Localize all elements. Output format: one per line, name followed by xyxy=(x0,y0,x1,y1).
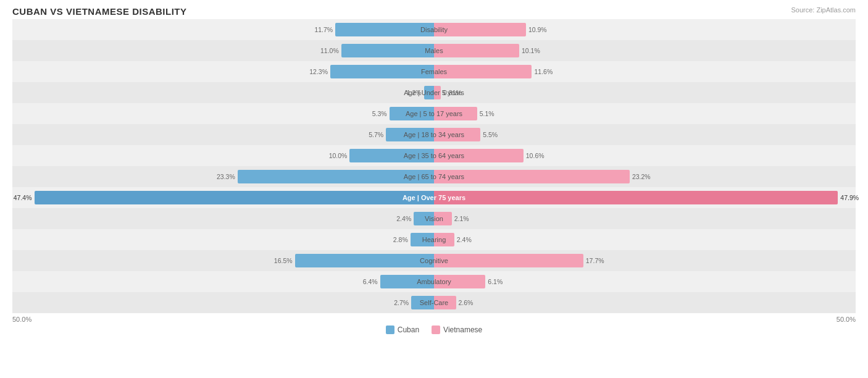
bar-center-label: Age | Over 75 years xyxy=(403,194,465,201)
bar-pink xyxy=(434,23,526,36)
bar-left-value: 6.4% xyxy=(363,278,378,285)
bar-right-value: 5.5% xyxy=(483,131,498,138)
bar-pink xyxy=(434,44,519,57)
bar-blue xyxy=(341,44,434,57)
bar-row: Age | Over 75 years47.4%47.9% xyxy=(12,187,856,208)
bar-right-value: 10.9% xyxy=(528,26,547,33)
bar-left-value: 5.7% xyxy=(369,131,383,138)
chart-title: CUBAN VS VIETNAMESE DISABILITY xyxy=(12,6,856,17)
bar-pink xyxy=(434,191,838,204)
bar-row: Males11.0%10.1% xyxy=(12,40,856,61)
bar-row: Disability11.7%10.9% xyxy=(12,19,856,40)
bar-left-value: 47.4% xyxy=(14,194,32,201)
bar-right-value: 2.4% xyxy=(457,236,472,243)
bar-left-value: 10.0% xyxy=(329,152,348,159)
legend: Cuban Vietnamese xyxy=(12,326,856,334)
bar-row: Females12.3%11.6% xyxy=(12,61,856,82)
bar-left-value: 2.8% xyxy=(393,236,408,243)
bar-row: Self-Care2.7%2.6% xyxy=(12,292,856,313)
chart-container: CUBAN VS VIETNAMESE DISABILITY Source: Z… xyxy=(0,0,868,378)
bar-blue xyxy=(295,254,434,267)
bar-row: Age | 18 to 34 years5.7%5.5% xyxy=(12,124,856,145)
bar-pink xyxy=(434,65,532,78)
bar-blue xyxy=(35,191,434,204)
axis-left: 50.0% xyxy=(12,316,31,323)
bar-row: Cognitive16.5%17.7% xyxy=(12,250,856,271)
bar-right-value: 23.2% xyxy=(632,173,651,180)
bar-center-label: Disability xyxy=(420,26,448,33)
bar-center-label: Age | 35 to 64 years xyxy=(404,152,464,159)
bar-row: Hearing2.8%2.4% xyxy=(12,229,856,250)
bar-row: Age | 35 to 64 years10.0%10.6% xyxy=(12,145,856,166)
bar-right-value: 2.1% xyxy=(454,215,469,222)
source-text: Source: ZipAtlas.com xyxy=(791,6,856,14)
bar-left-value: 16.5% xyxy=(274,257,293,264)
legend-vietnamese-label: Vietnamese xyxy=(443,326,482,334)
bar-right-value: 10.1% xyxy=(522,47,540,54)
bar-row: Ambulatory6.4%6.1% xyxy=(12,271,856,292)
bar-center-label: Age | 5 to 17 years xyxy=(406,110,462,117)
bar-right-value: 10.6% xyxy=(526,152,545,159)
bar-row: Age | 65 to 74 years23.3%23.2% xyxy=(12,166,856,187)
bar-center-label: Cognitive xyxy=(420,257,448,264)
legend-vietnamese-box xyxy=(432,326,440,334)
bar-right-value: 2.6% xyxy=(459,299,474,306)
bar-left-value: 11.0% xyxy=(320,47,339,54)
legend-cuban: Cuban xyxy=(386,326,419,334)
bar-right-value: 47.9% xyxy=(840,194,859,201)
bar-left-value: 11.7% xyxy=(314,26,333,33)
bar-blue xyxy=(335,23,434,36)
bar-center-label: Self-Care xyxy=(420,299,448,306)
bar-blue xyxy=(330,65,434,78)
bar-row: Age | 5 to 17 years5.3%5.1% xyxy=(12,103,856,124)
bar-center-label: Females xyxy=(421,68,447,75)
bar-center-label: Age | 18 to 34 years xyxy=(404,131,464,138)
legend-vietnamese: Vietnamese xyxy=(432,326,482,334)
bar-left-value: 12.3% xyxy=(309,68,328,75)
bar-pink xyxy=(434,254,583,267)
bar-center-label: Vision xyxy=(425,215,443,222)
bar-center-label: Hearing xyxy=(422,236,446,243)
legend-cuban-label: Cuban xyxy=(398,326,419,334)
bar-center-label: Ambulatory xyxy=(417,278,451,285)
bar-right-value: 11.6% xyxy=(534,68,553,75)
bar-right-value: 17.7% xyxy=(586,257,604,264)
legend-cuban-box xyxy=(386,326,394,334)
bar-center-label: Males xyxy=(425,47,443,54)
bar-row: Age | Under 5 years1.2%0.81% xyxy=(12,82,856,103)
bar-center-label: Age | 65 to 74 years xyxy=(404,173,464,180)
bar-row: Vision2.4%2.1% xyxy=(12,208,856,229)
axis-right: 50.0% xyxy=(837,316,856,323)
bar-right-value: 5.1% xyxy=(480,110,495,117)
bar-right-value: 6.1% xyxy=(488,278,503,285)
bar-center-label: Age | Under 5 years xyxy=(404,89,464,96)
bar-left-value: 5.3% xyxy=(372,110,387,117)
bar-left-value: 23.3% xyxy=(217,173,235,180)
chart-area: Disability11.7%10.9%Males11.0%10.1%Femal… xyxy=(12,19,856,313)
axis-row: 50.0% 50.0% xyxy=(12,313,856,323)
bar-left-value: 2.7% xyxy=(394,299,409,306)
bar-left-value: 2.4% xyxy=(396,215,411,222)
